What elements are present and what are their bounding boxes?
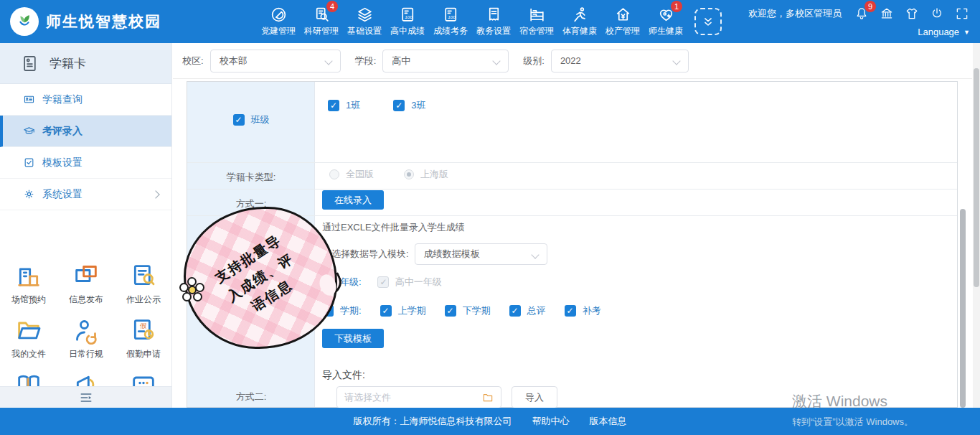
version-info-link[interactable]: 版本信息 [590, 415, 627, 428]
nav-item-edu-settings[interactable]: 教务设置 [472, 0, 515, 43]
stage-select[interactable]: 高中 [382, 50, 509, 72]
app-venue-booking[interactable]: 场馆预约 [0, 256, 57, 310]
level-select-value: 2022 [560, 55, 581, 66]
app-info-publish[interactable]: 信息发布 [57, 256, 115, 310]
leave-doc-clock-icon: 假 [129, 316, 158, 345]
folder-icon [14, 316, 43, 345]
app-shortcut-grid: 场馆预约 信息发布 作业公示 我的文件 [0, 256, 172, 408]
sidebar-item-label: 学籍查询 [42, 93, 83, 106]
class-row-label: 班级 [187, 113, 315, 128]
logout-button[interactable] [929, 6, 945, 22]
daisy-flower-icon [179, 277, 205, 303]
svg-text:100: 100 [405, 14, 413, 19]
app-label: 日常行规 [69, 348, 103, 360]
nav-badge: 4 [326, 1, 338, 12]
window-scrollbar-track[interactable] [973, 43, 980, 408]
card-type-shanghai-radio[interactable]: 上海版 [404, 168, 448, 181]
sidebar: 学籍卡 学籍查询 考评录入 模板设置 系统设置 [0, 43, 172, 408]
nav-item-label: 校产管理 [606, 25, 640, 37]
checkbox-checked-icon[interactable] [509, 305, 521, 317]
nav-badge: 1 [671, 1, 682, 12]
sidebar-module-header: 学籍卡 [0, 43, 171, 84]
sidebar-collapse-button[interactable] [0, 386, 172, 408]
sidebar-item-roster-query[interactable]: 学籍查询 [0, 84, 171, 116]
nav-item-staff-health[interactable]: 1 师生健康 [644, 0, 687, 43]
grade-value-checkbox[interactable]: 高中一年级 [377, 276, 442, 289]
nav-item-exam-affairs[interactable]: 100 成绩考务 [429, 0, 472, 43]
sidebar-item-template-settings[interactable]: 模板设置 [0, 147, 171, 179]
checkbox-checked-icon[interactable] [393, 100, 405, 111]
card-type-national-radio[interactable]: 全国版 [329, 168, 374, 181]
checkbox-checked-icon[interactable] [565, 305, 576, 317]
module-select[interactable]: 成绩数据模板 [415, 243, 547, 265]
svg-text:假: 假 [140, 322, 146, 329]
footer-bar: 版权所有：上海师悦信息科技有限公司 帮助中心 版本信息 [0, 408, 980, 435]
stage-filter-label: 学段: [355, 55, 377, 67]
sidebar-item-system-settings[interactable]: 系统设置 [0, 179, 171, 210]
nav-item-hs-scores[interactable]: 100 高中成绩 [386, 0, 429, 43]
term-first-checkbox[interactable]: 上学期 [380, 304, 426, 317]
checkbox-checked-icon[interactable] [445, 305, 456, 317]
level-filter-label: 级别: [523, 55, 545, 67]
frames-icon [72, 261, 100, 290]
sidebar-item-eval-entry[interactable]: 考评录入 [0, 116, 171, 147]
runner-icon [571, 6, 589, 24]
nav-item-label: 体育健康 [562, 25, 597, 37]
level-select[interactable]: 2022 [551, 50, 689, 72]
notifications-button[interactable]: 9 [854, 6, 870, 22]
term-second-checkbox[interactable]: 下学期 [445, 304, 491, 317]
radio-selected-icon[interactable] [404, 169, 414, 179]
app-label: 场馆预约 [11, 294, 46, 306]
class-select-all-checkbox[interactable]: 班级 [233, 113, 270, 126]
term-makeup-checkbox[interactable]: 补考 [565, 304, 601, 317]
fullscreen-button[interactable] [954, 6, 970, 22]
theme-button[interactable] [904, 6, 920, 22]
language-selector[interactable]: Language ▼ [918, 27, 970, 37]
doc-magnifier-icon [129, 261, 158, 290]
radio-icon[interactable] [329, 169, 339, 179]
language-label: Language [918, 27, 959, 37]
nav-item-label: 党建管理 [261, 25, 296, 37]
nav-item-label: 教务设置 [476, 25, 511, 37]
campus-select[interactable]: 校本部 [210, 50, 341, 72]
app-label: 作业公示 [126, 294, 161, 306]
app-daily-rules[interactable]: 日常行规 [57, 310, 115, 365]
chevron-right-icon [151, 190, 159, 198]
term-overall-checkbox[interactable]: 总评 [509, 304, 546, 317]
chevron-down-icon: ▼ [963, 29, 970, 36]
nav-item-party[interactable]: 党建管理 [257, 0, 300, 43]
nav-item-label: 高中成绩 [390, 25, 425, 37]
organization-button[interactable] [879, 6, 895, 22]
help-center-link[interactable]: 帮助中心 [532, 415, 570, 428]
nav-item-basic-settings[interactable]: 基础设置 [343, 0, 386, 43]
checkbox-icon [23, 156, 35, 169]
app-label: 我的文件 [11, 348, 46, 360]
content-scrollbar-thumb[interactable] [960, 209, 966, 408]
checkbox-checked-icon[interactable] [380, 305, 392, 317]
module-select-row: 请选择数据导入模块: 成绩数据模板 [322, 243, 547, 265]
nav-item-dorm[interactable]: 宿舍管理 [515, 0, 558, 43]
checkbox-checked-icon[interactable] [233, 114, 245, 126]
class-1-checkbox[interactable]: 1班 [328, 99, 360, 112]
nav-item-label: 科研管理 [304, 25, 339, 37]
file-select-input[interactable]: 请选择文件 [336, 386, 501, 408]
nav-item-sports-health[interactable]: 体育健康 [558, 0, 601, 43]
class-3-checkbox[interactable]: 3班 [393, 99, 425, 112]
checkbox-checked-icon[interactable] [328, 100, 339, 111]
house-asset-icon [614, 6, 632, 24]
app-label: 信息发布 [69, 294, 103, 306]
highschool-score-icon: 100 [399, 6, 417, 24]
filter-bar: 校区: 校本部 学段: 高中 级别: 2022 [173, 43, 972, 79]
nav-item-research[interactable]: 4 科研管理 [300, 0, 343, 43]
nav-item-assets[interactable]: 校产管理 [601, 0, 644, 43]
power-icon [930, 6, 944, 21]
svg-text:100: 100 [448, 14, 456, 19]
card-type-row-label: 学籍卡类型: [187, 171, 315, 184]
window-scrollbar-thumb[interactable] [974, 68, 979, 287]
nav-more-button[interactable] [687, 0, 729, 43]
sidebar-item-label: 模板设置 [42, 156, 83, 169]
app-leave-request[interactable]: 假 假勤申请 [115, 310, 172, 365]
app-my-files[interactable]: 我的文件 [0, 310, 57, 365]
campus-filter-label: 校区: [182, 55, 204, 67]
import-button[interactable]: 导入 [512, 386, 557, 408]
